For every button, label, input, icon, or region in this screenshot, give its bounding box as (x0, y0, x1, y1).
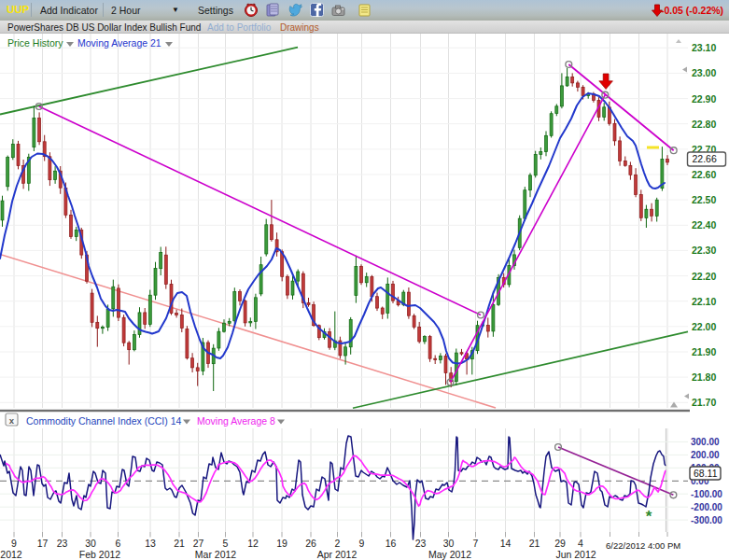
svg-text:4: 4 (578, 538, 583, 549)
svg-text:12: 12 (247, 538, 259, 549)
svg-text:Moving Average 8: Moving Average 8 (197, 415, 275, 427)
svg-text:68.11: 68.11 (694, 468, 718, 479)
svg-text:29: 29 (554, 538, 566, 549)
svg-text:200.00: 200.00 (691, 450, 720, 460)
svg-text:23: 23 (57, 538, 68, 549)
svg-text:14: 14 (500, 538, 512, 549)
svg-text:*: * (646, 508, 652, 525)
svg-text:300.00: 300.00 (691, 437, 720, 447)
svg-text:23.00: 23.00 (692, 67, 716, 78)
svg-text:9: 9 (11, 538, 17, 549)
svg-text:22.50: 22.50 (692, 194, 716, 205)
svg-text:30: 30 (85, 538, 96, 549)
svg-text:17: 17 (37, 538, 49, 549)
svg-text:21: 21 (529, 538, 540, 549)
svg-text:Mar 2012: Mar 2012 (195, 549, 237, 560)
svg-text:26: 26 (305, 538, 316, 549)
svg-text:21: 21 (174, 538, 185, 549)
svg-text:21.80: 21.80 (692, 371, 716, 383)
svg-text:22.20: 22.20 (692, 271, 716, 282)
svg-text:30: 30 (443, 538, 455, 549)
svg-text:5: 5 (223, 538, 229, 549)
svg-text:-100.00: -100.00 (691, 489, 722, 499)
svg-text:21.90: 21.90 (692, 346, 716, 357)
svg-text:22.30: 22.30 (692, 245, 716, 256)
svg-text:Jun 2012: Jun 2012 (555, 549, 596, 560)
svg-text:-200.00: -200.00 (691, 502, 722, 512)
svg-text:22.60: 22.60 (692, 169, 716, 180)
svg-text:Moving Average 21: Moving Average 21 (77, 37, 161, 49)
svg-text:22.10: 22.10 (692, 296, 716, 307)
svg-text:22.90: 22.90 (692, 93, 716, 105)
svg-text:22.80: 22.80 (692, 119, 716, 130)
svg-text:22.00: 22.00 (692, 321, 716, 332)
svg-text:27: 27 (193, 538, 204, 549)
svg-text:21.70: 21.70 (692, 397, 716, 408)
svg-text:6: 6 (116, 538, 121, 549)
svg-text:Apr 2012: Apr 2012 (317, 549, 357, 560)
svg-text:Commodity Channel Index (CCI): Commodity Channel Index (CCI) 14 (26, 415, 181, 427)
svg-text:Price History: Price History (7, 37, 63, 49)
svg-text:19: 19 (276, 538, 287, 549)
svg-text:x: x (9, 415, 15, 426)
svg-text:13: 13 (145, 538, 156, 549)
svg-text:2: 2 (335, 538, 341, 549)
svg-text:May 2012: May 2012 (428, 549, 471, 560)
svg-text:22.66: 22.66 (693, 153, 717, 164)
svg-text:22.40: 22.40 (692, 219, 716, 231)
svg-text:2012: 2012 (0, 549, 22, 560)
svg-text:16: 16 (386, 538, 397, 549)
svg-text:Feb 2012: Feb 2012 (79, 549, 121, 560)
svg-text:6/22/2012 4:00 PM: 6/22/2012 4:00 PM (606, 540, 680, 551)
svg-text:9: 9 (359, 538, 365, 549)
svg-text:-300.00: -300.00 (691, 515, 722, 525)
svg-text:23: 23 (415, 538, 427, 549)
svg-text:23.10: 23.10 (692, 42, 716, 53)
svg-text:7: 7 (473, 538, 479, 549)
